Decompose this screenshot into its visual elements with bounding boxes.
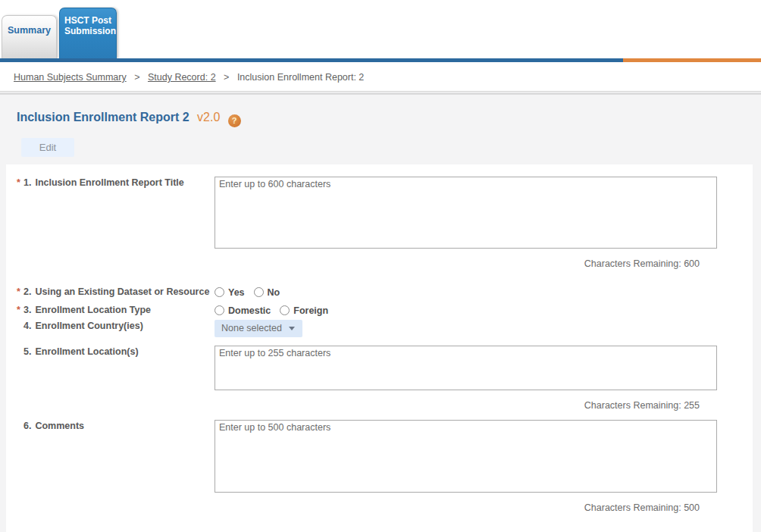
chars-remaining-500: Characters Remaining: 500 <box>215 502 717 514</box>
radio-domestic-label: Domestic <box>228 305 271 316</box>
main-content: Inclusion Enrollment Report 2 v2.0 ? Edi… <box>0 95 761 532</box>
field-number: 5. <box>23 346 31 358</box>
page-title: Inclusion Enrollment Report 2 v2.0 ? <box>17 110 241 127</box>
enrollment-locations-textarea[interactable] <box>215 346 717 390</box>
required-asterisk: * <box>17 177 23 189</box>
chevron-down-icon <box>289 327 295 330</box>
report-title-textarea[interactable] <box>215 177 717 249</box>
form-row-enrollment-countries: 4. Enrollment Country(ies) None selected <box>17 320 753 337</box>
field-number: 2. <box>23 286 31 299</box>
comments-textarea[interactable] <box>215 420 717 493</box>
required-asterisk: * <box>17 304 23 317</box>
field-number: 4. <box>23 320 31 333</box>
field-label: Enrollment Location(s) <box>35 346 211 358</box>
form-row-existing-dataset: * 2. Using an Existing Dataset or Resour… <box>17 286 753 299</box>
radio-yes[interactable] <box>215 287 224 297</box>
field-label: Enrollment Location Type <box>35 304 211 317</box>
dropdown-selected-value: None selected <box>221 323 282 333</box>
breadcrumb-separator: > <box>224 72 229 83</box>
chars-remaining-600: Characters Remaining: 600 <box>215 258 717 270</box>
breadcrumb-separator: > <box>134 72 139 83</box>
field-label: Using an Existing Dataset or Resource <box>35 286 211 299</box>
chars-remaining-255: Characters Remaining: 255 <box>215 399 717 412</box>
edit-button[interactable]: Edit <box>21 138 74 157</box>
help-icon[interactable]: ? <box>228 114 241 127</box>
field-label: Comments <box>35 420 211 433</box>
form-row-location-type: * 3. Enrollment Location Type Domestic F… <box>17 304 753 317</box>
breadcrumb-link-study-record[interactable]: Study Record: 2 <box>148 72 216 83</box>
form-row-report-title: * 1. Inclusion Enrollment Report Title C… <box>17 177 753 270</box>
field-number: 1. <box>23 177 31 189</box>
radio-yes-label: Yes <box>228 287 245 298</box>
breadcrumb: Human Subjects Summary > Study Record: 2… <box>0 62 761 92</box>
radio-no[interactable] <box>254 287 264 297</box>
radio-no-label: No <box>268 287 280 298</box>
radio-foreign-label: Foreign <box>293 305 328 316</box>
version-label: v2.0 <box>197 111 220 124</box>
field-number: 6. <box>23 420 31 433</box>
radio-domestic[interactable] <box>215 305 224 315</box>
page-title-text: Inclusion Enrollment Report 2 <box>17 111 189 124</box>
form-row-comments: 6. Comments Characters Remaining: 500 <box>17 420 753 514</box>
header: Summary HSCT Post Submission <box>0 0 761 58</box>
breadcrumb-current: Inclusion Enrollment Report: 2 <box>237 72 364 83</box>
field-number: 3. <box>23 304 31 317</box>
tab-hsct-post-submission[interactable]: HSCT Post Submission <box>59 8 117 58</box>
tab-summary[interactable]: Summary <box>2 15 57 58</box>
field-label: Enrollment Country(ies) <box>35 320 211 333</box>
enrollment-countries-dropdown[interactable]: None selected <box>215 320 302 337</box>
required-asterisk: * <box>17 286 23 299</box>
inclusion-enrollment-form: * 1. Inclusion Enrollment Report Title C… <box>6 164 753 532</box>
breadcrumb-link-human-subjects-summary[interactable]: Human Subjects Summary <box>14 72 127 83</box>
form-row-enrollment-locations: 5. Enrollment Location(s) Characters Rem… <box>17 346 753 412</box>
radio-foreign[interactable] <box>280 305 290 315</box>
field-label: Inclusion Enrollment Report Title <box>35 177 211 189</box>
